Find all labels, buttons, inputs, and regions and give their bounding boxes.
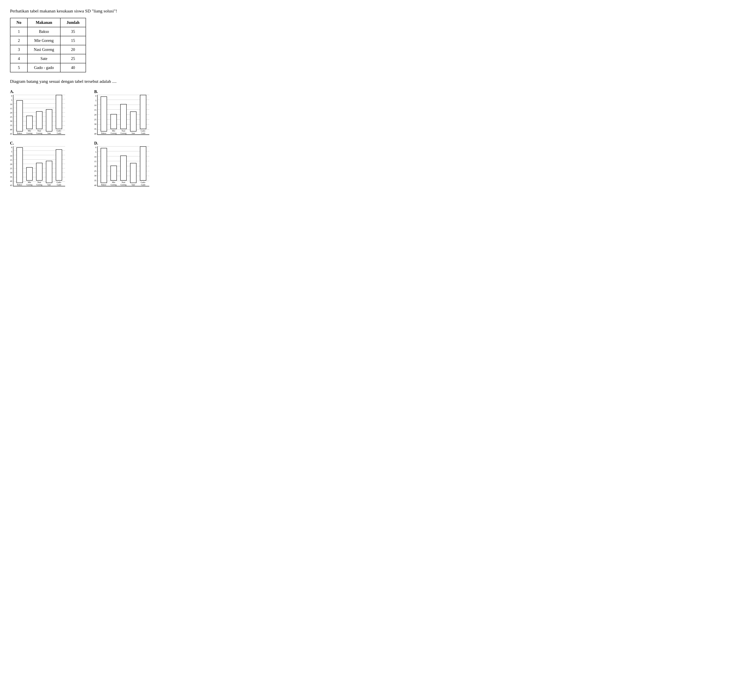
bar-Sate [130, 163, 137, 183]
table-cell-no: 4 [10, 54, 27, 63]
chart-D: D.4035302520151050BaksoMie GorengNasi Go… [94, 141, 170, 187]
bar-Bakso [17, 148, 23, 183]
bars-row-B: BaksoMie GorengNasi GorengSateGado- Gado [98, 95, 149, 134]
bar-Nasi-Goreng [120, 155, 127, 181]
charts-grid: A.454035302520151050BaksoMie GorengNasi … [10, 89, 170, 187]
table-row: 3Nasi Goreng20 [10, 45, 86, 54]
bar-item-Sate: Sate [45, 95, 53, 134]
bar-xlabel-Nasi-Goreng: Nasi Goreng [119, 130, 128, 134]
bar-Nasi-Goreng [120, 104, 127, 129]
bar-Mie-Goreng [110, 166, 117, 181]
table-row: 2Mie Goreng15 [10, 36, 86, 45]
bars-row-C: BaksoMie GorengNasi GorengSateGado- Gado [14, 146, 65, 186]
bar-Mie-Goreng [26, 167, 33, 181]
bar-container-A: BaksoMie GorengNasi GorengSateGado- Gado [13, 95, 65, 135]
chart-A: A.454035302520151050BaksoMie GorengNasi … [10, 89, 86, 135]
bar-item-Gado-Gado: Gado- Gado [55, 95, 63, 134]
bar-xlabel-Bakso: Bakso [99, 184, 108, 186]
bar-xlabel-Gado-Gado: Gado- Gado [139, 130, 147, 134]
bar-xlabel-Bakso: Bakso [15, 184, 24, 186]
col-jumlah: Jumlah [60, 18, 86, 27]
bar-Bakso [17, 100, 23, 131]
table-cell-jumlah: 40 [60, 63, 86, 72]
data-table: No Makanan Jumlah 1Bakso352Mie Goreng153… [10, 18, 86, 72]
bar-Gado-Gado [56, 95, 62, 129]
bar-Mie-Goreng [26, 116, 33, 129]
table-cell-makanan: Sate [27, 54, 60, 63]
table-row: 1Bakso35 [10, 27, 86, 36]
question-text: Diagram batang yang sesuai dengan tabel … [10, 78, 170, 84]
bar-container-C: BaksoMie GorengNasi GorengSateGado- Gado [13, 146, 65, 187]
chart-label-A: A. [10, 89, 86, 94]
bar-item-Gado-Gado: Gado- Gado [139, 95, 147, 134]
chart-area-B: 4035302520151050BaksoMie GorengNasi Gore… [94, 95, 170, 135]
bar-xlabel-Bakso: Bakso [15, 132, 24, 134]
y-axis-C: 454035302520151050 [10, 146, 12, 187]
bar-Nasi-Goreng [36, 163, 42, 181]
bar-xlabel-Gado-Gado: Gado- Gado [55, 130, 63, 134]
bar-container-D: BaksoMie GorengNasi GorengSateGado- Gado [97, 146, 149, 187]
bar-xlabel-Mie-Goreng: Mie Goreng [110, 130, 118, 134]
table-cell-no: 3 [10, 45, 27, 54]
table-cell-jumlah: 20 [60, 45, 86, 54]
bars-row-A: BaksoMie GorengNasi GorengSateGado- Gado [14, 95, 65, 134]
bar-item-Mie-Goreng: Mie Goreng [110, 146, 118, 186]
col-makanan: Makanan [27, 18, 60, 27]
bar-Gado-Gado [140, 95, 146, 129]
y-axis-D: 4035302520151050 [94, 146, 96, 187]
bar-xlabel-Mie-Goreng: Mie Goreng [25, 181, 34, 186]
bar-xlabel-Nasi-Goreng: Nasi Goreng [35, 181, 44, 186]
table-cell-makanan: Nasi Goreng [27, 45, 60, 54]
chart-label-D: D. [94, 141, 170, 146]
chart-B: B.4035302520151050BaksoMie GorengNasi Go… [94, 89, 170, 135]
bar-xlabel-Nasi-Goreng: Nasi Goreng [35, 130, 44, 134]
bar-item-Nasi-Goreng: Nasi Goreng [35, 95, 44, 134]
bar-item-Nasi-Goreng: Nasi Goreng [119, 146, 128, 186]
bar-item-Bakso: Bakso [15, 95, 24, 134]
chart-area-D: 4035302520151050BaksoMie GorengNasi Gore… [94, 146, 170, 187]
bar-Gado-Gado [140, 146, 146, 181]
bar-Sate [130, 111, 137, 131]
bar-xlabel-Bakso: Bakso [99, 132, 108, 134]
y-axis-B: 4035302520151050 [94, 95, 96, 135]
table-cell-no: 2 [10, 36, 27, 45]
table-cell-jumlah: 35 [60, 27, 86, 36]
bar-item-Gado-Gado: Gado- Gado [55, 146, 63, 186]
bar-item-Nasi-Goreng: Nasi Goreng [119, 95, 128, 134]
bar-xlabel-Nasi-Goreng: Nasi Goreng [119, 181, 128, 186]
table-row: 5Gado - gado40 [10, 63, 86, 72]
chart-area-C: 454035302520151050BaksoMie GorengNasi Go… [10, 146, 86, 187]
bar-xlabel-Mie-Goreng: Mie Goreng [110, 181, 118, 186]
bar-item-Sate: Sate [45, 146, 53, 186]
bar-item-Mie-Goreng: Mie Goreng [25, 146, 34, 186]
bar-Mie-Goreng [110, 114, 117, 129]
bar-Sate [46, 161, 52, 183]
bar-item-Mie-Goreng: Mie Goreng [25, 95, 34, 134]
bar-xlabel-Gado-Gado: Gado- Gado [139, 181, 147, 186]
table-row: 4Sate25 [10, 54, 86, 63]
bar-item-Sate: Sate [129, 146, 137, 186]
chart-area-A: 454035302520151050BaksoMie GorengNasi Go… [10, 95, 86, 135]
table-cell-no: 5 [10, 63, 27, 72]
chart-label-C: C. [10, 141, 86, 146]
table-cell-jumlah: 15 [60, 36, 86, 45]
bar-xlabel-Mie-Goreng: Mie Goreng [25, 130, 34, 134]
table-cell-makanan: Gado - gado [27, 63, 60, 72]
chart-C: C.454035302520151050BaksoMie GorengNasi … [10, 141, 86, 187]
bar-item-Gado-Gado: Gado- Gado [139, 146, 147, 186]
bar-Nasi-Goreng [36, 111, 42, 129]
bar-Gado-Gado [56, 149, 62, 181]
bar-xlabel-Sate: Sate [129, 132, 137, 134]
bar-Bakso [101, 96, 107, 131]
bar-xlabel-Gado-Gado: Gado- Gado [55, 181, 63, 186]
bar-item-Bakso: Bakso [99, 95, 108, 134]
bar-xlabel-Sate: Sate [45, 184, 53, 186]
bars-row-D: BaksoMie GorengNasi GorengSateGado- Gado [98, 146, 149, 186]
bar-xlabel-Sate: Sate [45, 132, 53, 134]
table-cell-no: 1 [10, 27, 27, 36]
col-no: No [10, 18, 27, 27]
bar-item-Mie-Goreng: Mie Goreng [110, 95, 118, 134]
y-axis-A: 454035302520151050 [10, 95, 12, 135]
bar-Bakso [101, 148, 107, 183]
table-cell-makanan: Bakso [27, 27, 60, 36]
